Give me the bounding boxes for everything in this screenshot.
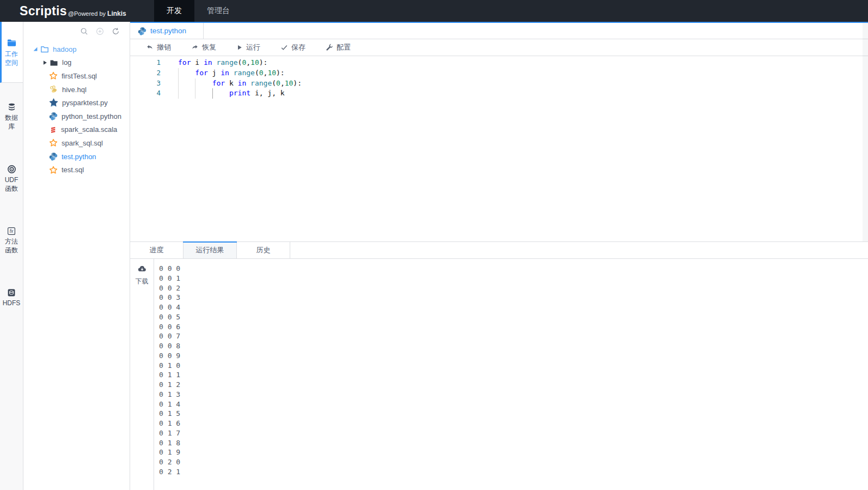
tree-item-label: log [62, 58, 71, 66]
code-text: for j in range(0,10): [178, 68, 285, 78]
bottom-panel-tab[interactable]: 历史 [237, 242, 290, 258]
download-label: 下载 [136, 277, 149, 286]
redo-icon [191, 44, 199, 51]
toolbar-button[interactable]: 恢复 [191, 43, 216, 52]
result-row: 0 1 0 [159, 361, 180, 371]
caret-down-icon[interactable] [32, 46, 39, 52]
run-icon [236, 44, 243, 51]
result-row: 0 1 3 [159, 390, 180, 400]
caret-right-icon[interactable] [41, 59, 48, 66]
folder-closed-icon [50, 58, 58, 67]
toolbar-button[interactable]: 配置 [326, 43, 351, 52]
result-row: 0 1 6 [159, 419, 180, 428]
activity-bar: 工作空间数据库UDF函数fx方法函数HDFS [0, 22, 23, 490]
hive-icon [49, 85, 58, 94]
udf-icon [7, 165, 16, 174]
header-tab[interactable]: 管理台 [194, 0, 242, 22]
tree-item[interactable]: spark_sql.sql [23, 136, 130, 150]
tree-item[interactable]: test.sql [23, 163, 130, 177]
search-icon[interactable] [80, 27, 88, 35]
save-icon [280, 44, 288, 51]
fx-icon: fx [7, 227, 16, 235]
code-line: 2 for j in range(0,10): [130, 68, 868, 78]
toolbar-button-label: 恢复 [202, 43, 216, 52]
editor-tab-label: test.python [150, 27, 186, 35]
file-tree: hadooplogfirstTest.sqlhive.hqlpysparktes… [23, 41, 130, 177]
toolbar-button-label: 保存 [291, 43, 305, 52]
undo-icon [146, 44, 154, 51]
toolbar-button[interactable]: 保存 [280, 43, 305, 52]
sidebar-item-label: 数据库 [3, 113, 20, 131]
python-icon [49, 112, 58, 120]
indent-guide [178, 68, 179, 78]
result-row: 0 1 2 [159, 380, 180, 390]
tree-item-label: hive.hql [62, 86, 87, 94]
sidebar-item-label: HDFS [3, 299, 21, 307]
code-text: for k in range(0,10): [178, 78, 302, 89]
result-row: 0 0 4 [159, 303, 180, 312]
sidebar-item[interactable]: 数据库 [0, 102, 23, 131]
refresh-icon[interactable] [112, 27, 120, 35]
tree-item[interactable]: hive.hql [23, 83, 130, 96]
result-row: 0 0 7 [159, 331, 180, 341]
result-row: 0 0 3 [159, 293, 180, 303]
sql-icon [49, 166, 58, 174]
result-row: 0 0 9 [159, 351, 180, 361]
result-row: 0 1 8 [159, 438, 180, 448]
tree-item-label: pysparktest.py [62, 99, 108, 107]
folder-open-icon [40, 45, 49, 53]
toolbar-button-label: 撤销 [157, 43, 171, 52]
indent-guide [195, 88, 195, 99]
result-row: 0 0 1 [159, 274, 180, 283]
download-button[interactable]: 下载 [130, 259, 154, 490]
app-logo: Scriptis @Powered by Linkis [0, 0, 154, 22]
result-row: 0 1 1 [159, 370, 180, 380]
sql-icon [49, 138, 58, 147]
logo-text: Scriptis [20, 4, 67, 19]
python-icon [49, 152, 58, 161]
cloud-download-icon [138, 264, 146, 275]
tree-item[interactable]: test.python [23, 150, 130, 164]
hdfs-icon [7, 288, 16, 297]
code-editor[interactable]: 1for i in range(0,10):2 for j in range(0… [130, 56, 868, 241]
bottom-panel-tab[interactable]: 进度 [130, 242, 184, 258]
workspace-folder-icon [7, 38, 17, 48]
indent-guide [195, 78, 195, 89]
result-row: 0 0 6 [159, 322, 180, 332]
result-row: 0 0 0 [159, 264, 180, 274]
sidebar-item-label: UDF函数 [3, 176, 20, 193]
editor-tab-test-python[interactable]: test.python [130, 23, 204, 39]
result-row: 0 0 2 [159, 283, 180, 293]
scala-icon [49, 125, 57, 134]
tree-item-label: hadoop [53, 45, 76, 53]
line-number: 3 [130, 78, 161, 89]
tree-item[interactable]: pysparktest.py [23, 96, 130, 110]
sidebar-item[interactable]: HDFS [0, 288, 23, 307]
tree-item[interactable]: hadoop [23, 43, 130, 56]
tree-item[interactable]: python_test.python [23, 110, 130, 123]
bottom-panel-tab[interactable]: 运行结果 [184, 242, 237, 258]
logo-brand: Linkis [107, 10, 126, 17]
sidebar-item[interactable]: UDF函数 [0, 165, 23, 193]
sidebar-item-label: 工作空间 [5, 50, 18, 67]
tree-item-label: spark_sql.sql [62, 139, 103, 147]
header-tab[interactable]: 开发 [154, 0, 194, 22]
workbench: test.python 撤销恢复运行保存配置 1for i in range(0… [130, 22, 868, 490]
header-nav: 开发管理台 [154, 0, 242, 22]
tree-item[interactable]: spark_scala.scala [23, 123, 130, 137]
tree-item-label: test.sql [62, 166, 84, 174]
add-icon[interactable] [96, 27, 104, 35]
toolbar-button[interactable]: 运行 [236, 43, 260, 52]
code-text: for i in range(0,10): [178, 58, 267, 68]
result-row: 0 2 0 [159, 457, 180, 467]
config-icon [326, 44, 333, 51]
result-row: 0 1 9 [159, 447, 180, 457]
sidebar-item[interactable]: 工作空间 [0, 22, 23, 83]
sidebar-item[interactable]: fx方法函数 [0, 227, 23, 255]
run-results-panel: 下载 0 0 00 0 10 0 20 0 30 0 40 0 50 0 60 … [130, 259, 868, 490]
tree-item[interactable]: log [23, 56, 130, 70]
toolbar-button[interactable]: 撤销 [146, 43, 171, 52]
indent-guide [212, 88, 213, 99]
tree-item[interactable]: firstTest.sql [23, 69, 130, 83]
tree-item-label: test.python [62, 153, 96, 161]
